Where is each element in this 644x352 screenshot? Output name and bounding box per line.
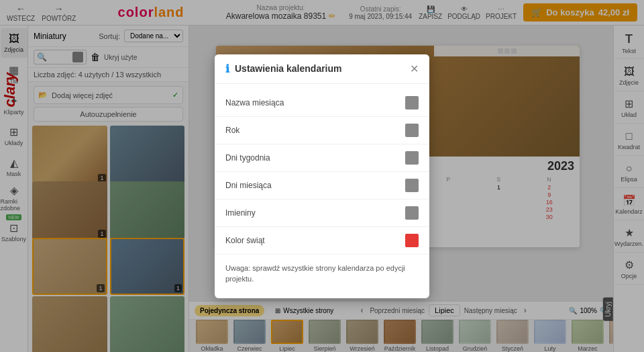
modal-title: ℹ Ustawienia kalendarium — [225, 62, 342, 75]
modal-row-year: Rok — [215, 117, 429, 144]
toggle-year[interactable] — [405, 124, 419, 137]
modal-close-button[interactable]: ✕ — [410, 62, 419, 75]
modal-row-month-name: Nazwa miesiąca — [215, 89, 429, 117]
calendar-settings-modal: ℹ Ustawienia kalendarium ✕ Nazwa miesiąc… — [215, 54, 429, 298]
modal-row-holiday-color: Kolor świąt — [215, 227, 429, 255]
modal-row-weekdays: Dni tygodnia — [215, 144, 429, 172]
modal-header: ℹ Ustawienia kalendarium ✕ — [215, 54, 429, 84]
toggle-month-name[interactable] — [405, 96, 419, 109]
modal-note: Uwaga: sprawdź wszystkie strony kalendar… — [215, 255, 429, 293]
holiday-color-picker[interactable] — [405, 234, 419, 247]
modal-body: Nazwa miesiąca Rok Dni tygodnia Dni mies… — [215, 84, 429, 298]
modal-row-namedays: Imieniny — [215, 200, 429, 227]
toggle-weekdays[interactable] — [405, 151, 419, 165]
info-icon: ℹ — [225, 62, 229, 75]
modal-overlay: ℹ Ustawienia kalendarium ✕ Nazwa miesiąc… — [0, 0, 644, 352]
toggle-namedays[interactable] — [405, 206, 419, 220]
toggle-monthdays[interactable] — [405, 179, 419, 192]
modal-row-monthdays: Dni miesiąca — [215, 172, 429, 200]
